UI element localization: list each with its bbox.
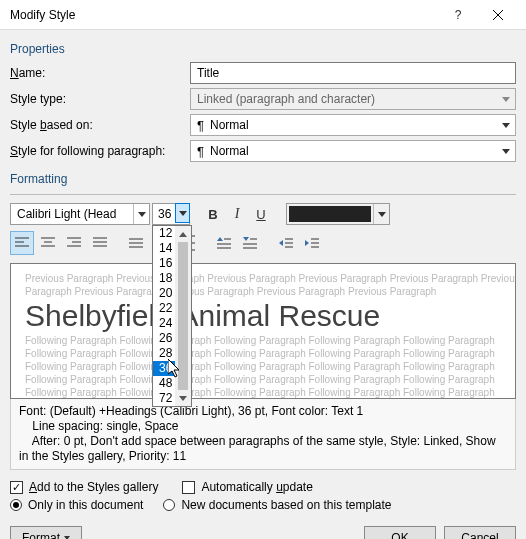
scroll-down-icon[interactable] (175, 390, 191, 406)
add-to-gallery-checkbox[interactable] (10, 481, 23, 494)
properties-header: Properties (10, 42, 516, 56)
color-swatch (289, 206, 371, 222)
underline-button[interactable]: U (250, 203, 272, 225)
preview-pane: Previous Paragraph Previous Paragraph Pr… (10, 263, 516, 399)
scrollbar[interactable] (175, 226, 191, 406)
new-documents-label: New documents based on this template (181, 498, 391, 512)
single-space-button[interactable] (124, 231, 148, 255)
following-label: Style for following paragraph: (10, 144, 190, 158)
chevron-down-icon (497, 89, 515, 109)
increase-indent-button[interactable] (300, 231, 324, 255)
font-color-combo[interactable] (286, 203, 390, 225)
align-right-button[interactable] (62, 231, 86, 255)
divider (10, 194, 516, 195)
title-bar: Modify Style ? (0, 0, 526, 30)
new-documents-radio[interactable] (163, 499, 175, 511)
scroll-up-icon[interactable] (175, 226, 191, 242)
formatting-header: Formatting (10, 172, 516, 186)
style-type-combo: Linked (paragraph and character) (190, 88, 516, 110)
italic-button[interactable]: I (226, 203, 248, 225)
only-this-document-radio[interactable] (10, 499, 22, 511)
decrease-para-space-button[interactable] (238, 231, 262, 255)
align-left-button[interactable] (10, 231, 34, 255)
ok-button[interactable]: OK (364, 526, 436, 539)
chevron-down-icon[interactable] (497, 141, 515, 161)
font-size-dropdown-list[interactable]: 121416182022242628364872 (152, 225, 192, 407)
auto-update-label: Automatically update (201, 480, 312, 494)
following-combo[interactable]: ¶ Normal (190, 140, 516, 162)
format-button[interactable]: Format (10, 526, 82, 539)
based-on-combo[interactable]: ¶ Normal (190, 114, 516, 136)
style-type-label: Style type: (10, 92, 190, 106)
align-center-button[interactable] (36, 231, 60, 255)
dialog-title: Modify Style (10, 8, 438, 22)
decrease-indent-button[interactable] (274, 231, 298, 255)
pilcrow-icon: ¶ (197, 144, 204, 159)
add-to-gallery-label: Add to the Styles gallery (29, 480, 158, 494)
auto-update-checkbox[interactable] (182, 481, 195, 494)
chevron-down-icon[interactable] (497, 115, 515, 135)
increase-para-space-button[interactable] (212, 231, 236, 255)
bold-button[interactable]: B (202, 203, 224, 225)
font-name-combo[interactable]: Calibri Light (Head (10, 203, 150, 225)
name-label: Name: (10, 66, 190, 80)
chevron-down-icon[interactable] (373, 204, 389, 224)
cancel-button[interactable]: Cancel (444, 526, 516, 539)
only-this-document-label: Only in this document (28, 498, 143, 512)
name-input[interactable] (190, 62, 516, 84)
close-button[interactable] (478, 5, 518, 25)
chevron-down-icon[interactable] (133, 204, 149, 224)
pilcrow-icon: ¶ (197, 118, 204, 133)
based-on-label: Style based on: (10, 118, 190, 132)
preview-sample-text: Shelbyfield Animal Rescue (25, 299, 501, 333)
scroll-thumb[interactable] (178, 242, 188, 390)
help-button[interactable]: ? (438, 5, 478, 25)
align-justify-button[interactable] (88, 231, 112, 255)
font-size-dropdown-arrow[interactable] (175, 203, 190, 223)
style-description: Font: (Default) +Headings (Calibri Light… (10, 399, 516, 470)
